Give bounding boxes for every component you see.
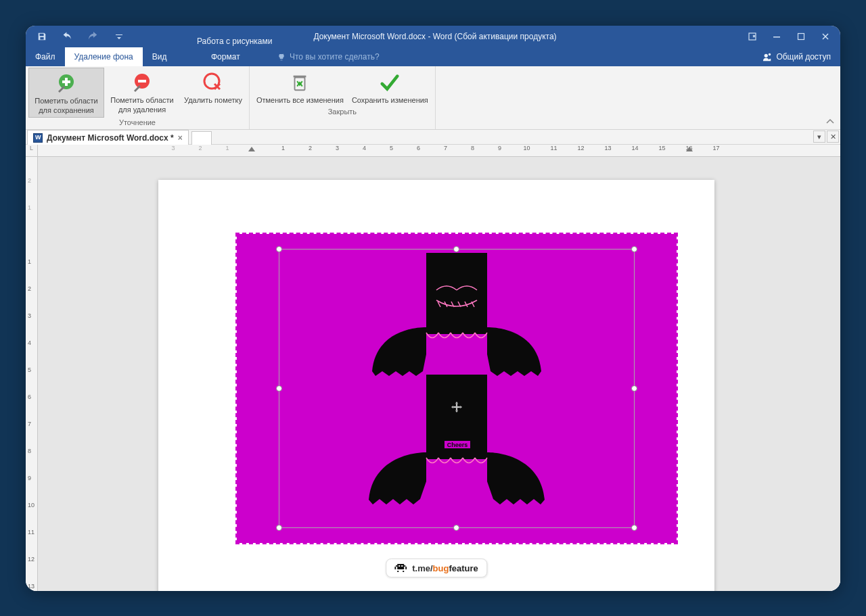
- handle-top-right[interactable]: [631, 246, 637, 252]
- handle-mid-left[interactable]: [276, 385, 282, 392]
- svg-rect-24: [403, 571, 404, 572]
- checkmark-icon: [380, 72, 400, 93]
- share-icon: [762, 52, 772, 62]
- minimize-icon[interactable]: [766, 26, 788, 47]
- page: Cheers: [158, 180, 714, 591]
- qat-customize-icon[interactable]: [110, 26, 129, 47]
- horizontal-ruler[interactable]: 321 1234567891011121314151617: [38, 145, 840, 157]
- document-canvas[interactable]: Cheers: [38, 157, 840, 591]
- collapse-ribbon-icon[interactable]: [824, 117, 836, 128]
- svg-rect-18: [396, 565, 397, 567]
- space-invader-icon: [394, 563, 407, 573]
- titlebar: Работа с рисунками Документ Microsoft Wo…: [26, 26, 840, 47]
- maximize-icon[interactable]: [790, 26, 812, 47]
- svg-rect-23: [397, 571, 398, 572]
- tell-me-placeholder: Что вы хотите сделать?: [290, 52, 380, 62]
- svg-rect-21: [394, 567, 396, 569]
- delete-mark-icon: [202, 72, 224, 93]
- svg-rect-8: [138, 80, 146, 82]
- watermark-brand1: bug: [433, 563, 449, 573]
- svg-rect-2: [798, 34, 804, 40]
- picture-tools-context-tab: Работа с рисунками: [186, 26, 283, 54]
- work-area: L 321 1234567891011121314151617 2 1 1 2 …: [26, 145, 840, 591]
- minus-circle-icon: [131, 72, 153, 93]
- tab-file[interactable]: Файл: [26, 47, 65, 66]
- svg-rect-11: [294, 76, 306, 78]
- ribbon-group-close: Отменить все изменения Сохранить изменен…: [250, 66, 436, 129]
- delete-mark-button[interactable]: Удалить пометку: [180, 68, 246, 118]
- crop-marquee[interactable]: [279, 249, 635, 528]
- handle-mid-right[interactable]: [631, 385, 637, 392]
- left-margin-marker[interactable]: [248, 147, 255, 151]
- handle-top-mid[interactable]: [453, 246, 459, 252]
- tab-remove-background[interactable]: Удаление фона: [65, 47, 143, 66]
- discard-label: Отменить все изменения: [256, 96, 344, 105]
- svg-point-3: [765, 54, 768, 57]
- handle-bottom-mid[interactable]: [453, 525, 459, 531]
- redo-icon[interactable]: [84, 26, 103, 47]
- right-margin-marker[interactable]: [686, 147, 693, 151]
- undo-icon[interactable]: [58, 26, 77, 47]
- document-tab-strip: Документ Microsoft Word.docx * × ▾ ✕: [26, 130, 840, 145]
- handle-bottom-left[interactable]: [276, 525, 282, 531]
- vertical-ruler[interactable]: 2 1 1 2 3 4 5 6 7 8 9 10 11 12 13: [26, 157, 38, 591]
- tell-me-search[interactable]: Что вы хотите сделать?: [277, 47, 380, 66]
- ribbon-display-options-icon[interactable]: [742, 26, 763, 47]
- svg-rect-22: [405, 567, 407, 569]
- plus-circle-icon: [55, 72, 77, 94]
- document-tab-label: Документ Microsoft Word.docx *: [47, 133, 174, 143]
- svg-rect-6: [65, 78, 68, 86]
- svg-rect-25: [398, 565, 400, 567]
- keep-label: Сохранить изменения: [352, 96, 428, 105]
- mark-remove-label: Пометить области для удаления: [108, 96, 176, 115]
- tab-view[interactable]: Вид: [143, 47, 177, 66]
- svg-rect-1: [773, 37, 780, 38]
- word-window: Работа с рисунками Документ Microsoft Wo…: [26, 26, 840, 591]
- close-tab-icon[interactable]: ×: [178, 133, 183, 143]
- ruler-corner: L: [26, 145, 38, 157]
- new-tab-blank[interactable]: [191, 131, 212, 145]
- delete-mark-label: Удалить пометку: [184, 96, 242, 105]
- ribbon-group-refine-label: Уточнение: [119, 118, 156, 128]
- recycle-bin-icon: [290, 72, 310, 93]
- save-icon[interactable]: [32, 26, 51, 47]
- share-label: Общий доступ: [776, 52, 831, 62]
- watermark-prefix: t.me/: [412, 563, 432, 573]
- ribbon: Пометить области для сохранения Пометить…: [26, 66, 840, 130]
- tab-list-dropdown-icon[interactable]: ▾: [813, 131, 825, 143]
- mark-keep-label: Пометить области для сохранения: [33, 97, 99, 116]
- handle-bottom-right[interactable]: [631, 525, 637, 531]
- keep-changes-button[interactable]: Сохранить изменения: [348, 68, 432, 107]
- mark-areas-keep-button[interactable]: Пометить области для сохранения: [28, 68, 104, 118]
- discard-changes-button[interactable]: Отменить все изменения: [252, 68, 348, 107]
- watermark-brand2: feature: [449, 563, 478, 573]
- svg-rect-20: [397, 564, 404, 569]
- share-button[interactable]: Общий доступ: [758, 47, 835, 66]
- selected-image[interactable]: Cheers: [237, 234, 677, 543]
- menu-tabs: Файл Удаление фона Вид Формат Что вы хот…: [26, 47, 840, 66]
- document-tab[interactable]: Документ Microsoft Word.docx * ×: [27, 130, 189, 145]
- svg-rect-26: [401, 565, 403, 567]
- watermark-badge: t.me/bugfeature: [386, 559, 487, 577]
- mark-areas-remove-button[interactable]: Пометить области для удаления: [104, 68, 180, 118]
- window-title: Документ Microsoft Word.docx - Word (Сбо…: [313, 32, 556, 41]
- svg-rect-10: [295, 78, 305, 91]
- handle-top-left[interactable]: [276, 246, 282, 252]
- close-icon[interactable]: [815, 26, 836, 47]
- ribbon-group-close-label: Закрыть: [328, 107, 357, 117]
- ribbon-group-refine: Пометить области для сохранения Пометить…: [26, 66, 250, 129]
- word-doc-icon: [33, 133, 43, 143]
- close-all-tabs-icon[interactable]: ✕: [827, 131, 839, 143]
- svg-rect-19: [404, 565, 405, 567]
